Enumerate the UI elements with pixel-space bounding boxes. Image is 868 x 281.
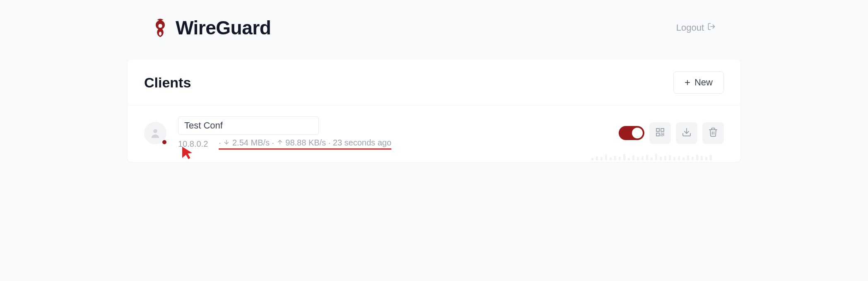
toggle-knob: [632, 128, 643, 138]
clients-panel: Clients + New 10.8.0.2: [128, 60, 740, 162]
new-client-button[interactable]: + New: [673, 71, 724, 94]
client-meta: 10.8.0.2 · 2.54 MB/s · 98.88 KB/s ·: [178, 138, 619, 150]
delete-client-button[interactable]: [702, 122, 724, 144]
svg-rect-5: [661, 128, 664, 131]
client-info: 10.8.0.2 · 2.54 MB/s · 98.88 KB/s ·: [178, 116, 619, 150]
client-stats-highlight: · 2.54 MB/s · 98.88 KB/s · 23 seconds ag…: [219, 138, 391, 150]
brand: WireGuard: [152, 17, 271, 39]
status-indicator-icon: [162, 139, 167, 145]
client-row: 10.8.0.2 · 2.54 MB/s · 98.88 KB/s ·: [128, 106, 740, 162]
client-name-input[interactable]: [178, 116, 319, 135]
traffic-sparkline: [591, 150, 724, 160]
logout-icon: [707, 22, 716, 33]
enable-toggle[interactable]: [619, 126, 644, 140]
logout-label: Logout: [676, 22, 704, 33]
download-icon: [682, 127, 692, 139]
wireguard-logo-icon: [152, 17, 168, 38]
clients-title: Clients: [144, 75, 191, 91]
download-rate: 2.54 MB/s: [232, 138, 270, 147]
logout-button[interactable]: Logout: [676, 22, 716, 33]
svg-rect-4: [656, 128, 659, 131]
separator-dot: ·: [272, 138, 277, 147]
separator-dot: ·: [219, 138, 221, 147]
upload-arrow-icon: [277, 139, 283, 145]
clients-panel-header: Clients + New: [128, 60, 740, 106]
svg-point-1: [153, 129, 157, 133]
client-actions: [619, 122, 724, 144]
download-arrow-icon: [223, 139, 230, 145]
separator-dot: ·: [328, 138, 333, 147]
new-button-label: New: [694, 77, 713, 88]
qr-code-button[interactable]: [649, 122, 671, 144]
app-title: WireGuard: [176, 17, 271, 39]
cursor-annotation-icon: [180, 145, 195, 162]
last-seen: 23 seconds ago: [333, 138, 391, 147]
app-header: WireGuard Logout: [128, 8, 740, 60]
svg-rect-6: [656, 133, 659, 136]
client-avatar-wrap: [144, 122, 166, 144]
download-config-button[interactable]: [676, 122, 697, 144]
upload-rate: 98.88 KB/s: [285, 138, 326, 147]
plus-icon: +: [685, 77, 690, 88]
qr-code-icon: [655, 127, 665, 139]
trash-icon: [708, 127, 718, 139]
